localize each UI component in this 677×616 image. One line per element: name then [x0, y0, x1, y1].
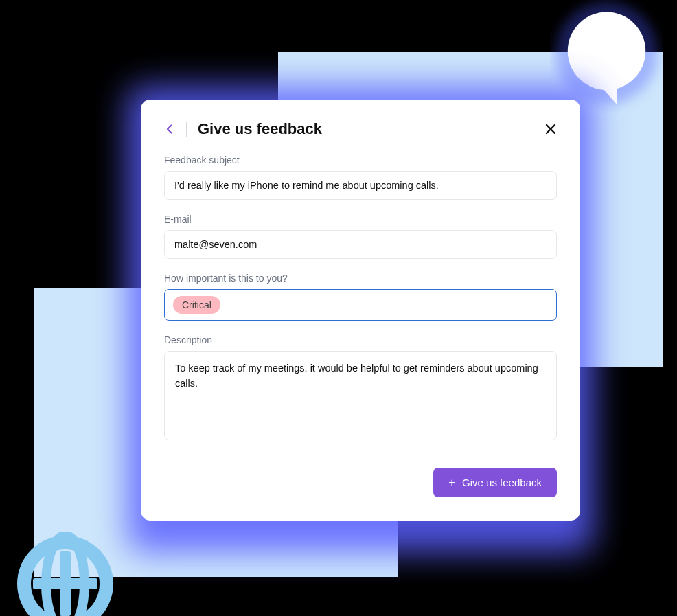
modal-header: Give us feedback	[164, 120, 557, 138]
close-icon[interactable]	[544, 123, 557, 135]
submit-feedback-button[interactable]: + Give us feedback	[433, 468, 557, 497]
subject-label: Feedback subject	[164, 155, 557, 166]
svg-point-1	[568, 12, 645, 90]
subject-field-group: Feedback subject	[164, 155, 557, 200]
description-textarea[interactable]	[164, 351, 557, 440]
submit-row: + Give us feedback	[164, 457, 557, 497]
importance-select[interactable]: Critical	[164, 289, 557, 321]
email-input[interactable]	[164, 230, 557, 259]
importance-label: How important is this to you?	[164, 273, 557, 284]
svg-rect-3	[60, 551, 71, 616]
feedback-modal: Give us feedback Feedback subject E-mail…	[141, 100, 580, 521]
importance-field-group: How important is this to you? Critical	[164, 273, 557, 321]
email-field-group: E-mail	[164, 214, 557, 259]
modal-title: Give us feedback	[198, 120, 533, 138]
header-divider	[186, 122, 187, 137]
globe-icon	[14, 532, 117, 616]
description-label: Description	[164, 334, 557, 345]
email-label: E-mail	[164, 214, 557, 225]
subject-input[interactable]	[164, 171, 557, 200]
description-field-group: Description	[164, 334, 557, 443]
submit-button-label: Give us feedback	[462, 477, 542, 488]
importance-chip: Critical	[173, 296, 220, 314]
back-chevron-icon[interactable]	[164, 124, 175, 135]
plus-icon: +	[448, 477, 455, 488]
